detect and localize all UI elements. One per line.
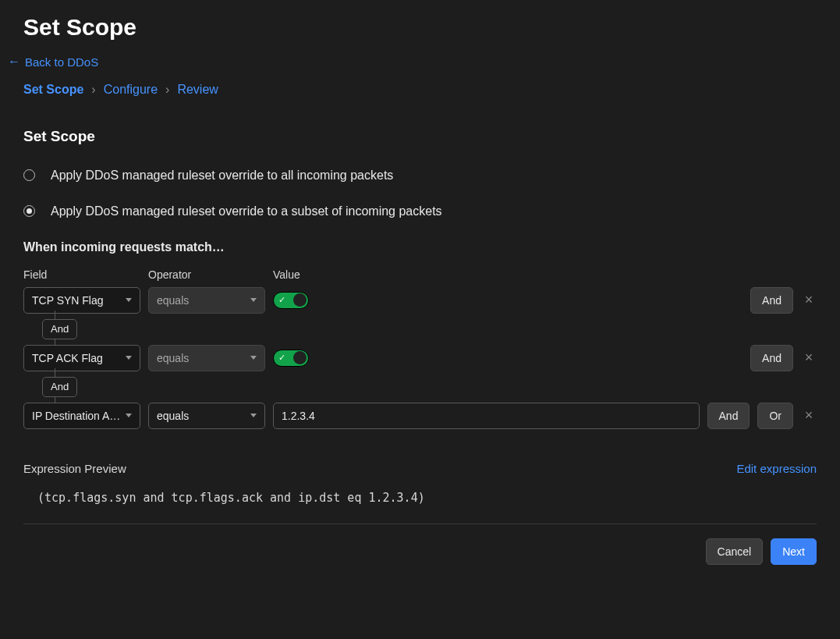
page-title: Set Scope (23, 14, 817, 41)
back-link-label: Back to DDoS (25, 55, 98, 69)
radio-option-subset[interactable]: Apply DDoS managed ruleset override to a… (23, 204, 817, 218)
arrow-left-icon: ← (8, 55, 20, 68)
expression-preview-label: Expression Preview (23, 462, 126, 475)
value-input[interactable] (273, 403, 700, 429)
back-to-ddos-link[interactable]: ← Back to DDoS (8, 55, 98, 69)
check-icon: ✓ (278, 295, 285, 305)
next-button[interactable]: Next (771, 538, 817, 565)
connector-and[interactable]: And (42, 377, 77, 397)
rule-row: TCP ACK Flag equals ✓ And × (23, 345, 817, 371)
remove-row-icon[interactable]: × (801, 292, 817, 308)
breadcrumb: Set Scope › Configure › Review (23, 83, 817, 97)
cancel-button[interactable]: Cancel (706, 538, 764, 565)
chevron-right-icon: › (91, 83, 95, 97)
chevron-down-icon (250, 298, 257, 302)
breadcrumb-review[interactable]: Review (177, 83, 218, 97)
edit-expression-link[interactable]: Edit expression (736, 462, 817, 475)
remove-row-icon[interactable]: × (801, 407, 817, 424)
rule-row: IP Destination A… equals And Or × (23, 403, 817, 429)
chevron-down-icon (250, 356, 257, 360)
breadcrumb-set-scope[interactable]: Set Scope (23, 83, 83, 97)
or-button[interactable]: Or (757, 403, 793, 429)
match-heading: When incoming requests match… (23, 240, 817, 254)
operator-select-value: equals (157, 294, 189, 307)
connector-and[interactable]: And (42, 319, 77, 339)
footer-actions: Cancel Next (23, 538, 817, 565)
chevron-right-icon: › (165, 83, 169, 97)
chevron-down-icon (126, 356, 132, 360)
operator-select-value: equals (157, 352, 189, 364)
field-select-value: IP Destination A… (32, 410, 120, 422)
section-title: Set Scope (23, 128, 817, 145)
header-operator: Operator (148, 268, 265, 281)
chevron-down-icon (250, 414, 257, 417)
and-button[interactable]: And (750, 287, 793, 314)
field-select[interactable]: TCP ACK Flag (23, 345, 140, 371)
radio-label: Apply DDoS managed ruleset override to a… (51, 169, 393, 183)
chevron-down-icon (126, 414, 132, 417)
preview-header: Expression Preview Edit expression (23, 462, 817, 475)
radio-option-all[interactable]: Apply DDoS managed ruleset override to a… (23, 169, 817, 183)
connector: And (23, 371, 817, 403)
field-select[interactable]: IP Destination A… (23, 403, 140, 429)
radio-icon[interactable] (23, 169, 35, 181)
radio-label: Apply DDoS managed ruleset override to a… (51, 204, 442, 218)
chevron-down-icon (126, 298, 132, 302)
value-toggle[interactable]: ✓ (273, 350, 309, 367)
radio-icon[interactable] (23, 205, 35, 217)
operator-select: equals (148, 287, 265, 314)
operator-select[interactable]: equals (148, 403, 265, 429)
expression-preview: (tcp.flags.syn and tcp.flags.ack and ip.… (23, 486, 817, 524)
check-icon: ✓ (278, 353, 285, 363)
and-button[interactable]: And (750, 345, 793, 371)
column-headers: Field Operator Value (23, 268, 817, 281)
remove-row-icon[interactable]: × (801, 350, 817, 366)
header-value: Value (273, 268, 300, 281)
rule-row: TCP SYN Flag equals ✓ And × (23, 287, 817, 314)
connector: And (23, 314, 817, 345)
header-field: Field (23, 268, 140, 281)
field-select-value: TCP ACK Flag (32, 352, 103, 364)
field-select-value: TCP SYN Flag (32, 294, 104, 307)
value-toggle[interactable]: ✓ (273, 292, 309, 309)
and-button[interactable]: And (707, 403, 750, 429)
operator-select: equals (148, 345, 265, 371)
operator-select-value: equals (157, 410, 189, 422)
field-select[interactable]: TCP SYN Flag (23, 287, 140, 314)
breadcrumb-configure[interactable]: Configure (104, 83, 158, 97)
